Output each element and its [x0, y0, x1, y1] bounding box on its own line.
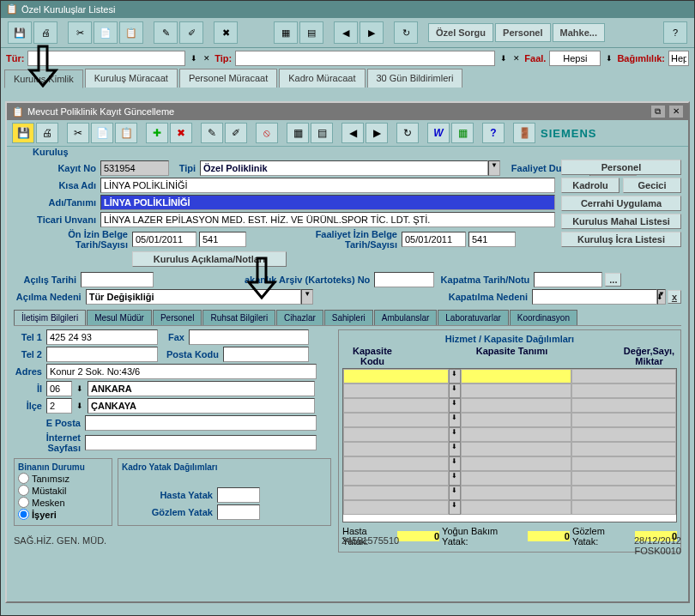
- faaliyet-izin-tarih-field[interactable]: [402, 232, 466, 247]
- il-ad-field[interactable]: [88, 381, 315, 396]
- tab-laboratuvarlar[interactable]: Laboratuvarlar: [438, 310, 508, 325]
- kurulus-aciklama-button[interactable]: Kurulus Açıklama/Notları: [132, 251, 287, 267]
- clear-icon[interactable]: ✕: [511, 52, 521, 64]
- kap-tanim-input[interactable]: [461, 369, 571, 383]
- prev-icon[interactable]: ◀: [341, 123, 364, 143]
- copy-icon[interactable]: 📄: [94, 21, 118, 44]
- lookup-icon[interactable]: ⬇: [655, 291, 665, 303]
- next-icon[interactable]: ▶: [360, 21, 384, 44]
- copy-icon[interactable]: 📄: [91, 123, 113, 143]
- remove-icon[interactable]: ✖: [170, 123, 192, 143]
- cut-icon[interactable]: ✂: [68, 21, 92, 44]
- kisa-adi-field[interactable]: [100, 178, 555, 193]
- mahke-button[interactable]: Mahke...: [553, 23, 605, 42]
- lookup-icon[interactable]: ⬇: [75, 400, 85, 412]
- personel-button[interactable]: Personel: [561, 160, 681, 175]
- refresh-icon[interactable]: ↻: [394, 21, 418, 44]
- excel-icon[interactable]: ▦: [451, 123, 474, 143]
- tab-iletisim[interactable]: İletişim Bilgileri: [14, 310, 86, 325]
- window-icon[interactable]: ▦: [274, 21, 298, 44]
- adres-field[interactable]: [46, 364, 317, 379]
- ticari-unvani-field[interactable]: [100, 212, 555, 227]
- kapasite-table[interactable]: ⬇ ⬇ ⬇ ⬇ ⬇ ⬇ ⬇ ⬇ ⬇ ⬇: [342, 368, 677, 522]
- restore-icon[interactable]: ⧉: [651, 106, 665, 118]
- hasta-yatak-field[interactable]: [217, 487, 260, 503]
- exit-icon[interactable]: 🚪: [513, 123, 535, 143]
- mahal-button[interactable]: Kurulus Mahal Listesi: [561, 214, 681, 229]
- refresh-icon[interactable]: ↻: [396, 123, 419, 143]
- personel-button[interactable]: Personel: [495, 23, 550, 42]
- ilce-kod-field[interactable]: [46, 398, 72, 414]
- tipi-field[interactable]: [200, 160, 488, 176]
- radio-mesken[interactable]: [18, 497, 29, 508]
- print-icon[interactable]: 🖨: [33, 21, 57, 44]
- tab-ruhsat[interactable]: Ruhsat Bilgileri: [202, 310, 275, 325]
- radio-mustakil[interactable]: [18, 485, 29, 496]
- lookup-icon[interactable]: ⬇: [449, 369, 461, 383]
- tab-sahipleri[interactable]: Sahipleri: [324, 310, 373, 325]
- chevron-down-icon[interactable]: ▼: [488, 160, 500, 176]
- posta-kodu-field[interactable]: [223, 347, 309, 362]
- kapatma-tarih-field[interactable]: [534, 272, 602, 287]
- acilis-tarihi-field[interactable]: [81, 272, 154, 287]
- faaliyet-izin-sayi-field[interactable]: [468, 232, 516, 247]
- gozlem-yatak-field[interactable]: [217, 504, 260, 520]
- tab-mesul-mudur[interactable]: Mesul Müdür: [87, 310, 152, 325]
- next-icon[interactable]: ▶: [366, 123, 388, 143]
- ozel-sorgu-button[interactable]: Özel Sorgu: [428, 23, 493, 42]
- form-icon[interactable]: ▤: [299, 21, 323, 44]
- gecici-button[interactable]: Gecici: [623, 178, 681, 193]
- adi-tanimi-field[interactable]: [100, 195, 555, 210]
- lookup-icon[interactable]: ⬇: [75, 383, 85, 395]
- delete-icon[interactable]: ✖: [214, 21, 238, 44]
- save-icon[interactable]: 💾: [8, 21, 32, 44]
- lookup-icon[interactable]: ⬇: [189, 52, 198, 64]
- window-icon[interactable]: ▦: [287, 123, 309, 143]
- clear-button[interactable]: x: [668, 290, 681, 304]
- paste-icon[interactable]: 📋: [115, 123, 137, 143]
- radio-tanimsiz[interactable]: [18, 473, 29, 484]
- cancel-icon[interactable]: ⦸: [256, 123, 278, 143]
- prev-icon[interactable]: ◀: [334, 21, 358, 44]
- kap-miktar-input[interactable]: [571, 369, 677, 383]
- cerrahi-button[interactable]: Cerrahi Uygulama: [561, 196, 681, 211]
- chevron-down-icon[interactable]: ▼: [301, 289, 313, 305]
- radio-isyeri[interactable]: [18, 509, 29, 520]
- tip-input[interactable]: [235, 51, 495, 66]
- tab-kadro-muracaat[interactable]: Kadro Müracaat: [279, 69, 365, 88]
- on-izin-sayi-field[interactable]: [199, 232, 246, 247]
- paste-icon[interactable]: 📋: [119, 21, 143, 44]
- note-button[interactable]: ...: [605, 273, 621, 287]
- kapatilma-nedeni-field[interactable]: [532, 289, 657, 305]
- highlight-icon[interactable]: ✐: [179, 21, 203, 44]
- clear-icon[interactable]: ✕: [202, 52, 211, 64]
- on-izin-tarih-field[interactable]: [132, 232, 196, 247]
- bakanlik-arsiv-field[interactable]: [374, 272, 434, 287]
- eposta-field[interactable]: [85, 415, 317, 431]
- tab-cihazlar[interactable]: Cihazlar: [276, 310, 323, 325]
- tur-input[interactable]: [27, 51, 185, 66]
- tab-ambulanslar[interactable]: Ambulanslar: [374, 310, 438, 325]
- highlight-icon[interactable]: ✐: [225, 123, 247, 143]
- print-icon[interactable]: 🖨: [36, 123, 58, 143]
- help-icon[interactable]: ?: [663, 21, 687, 44]
- tab-kurulus-muracaat[interactable]: Kuruluş Müracaat: [85, 69, 178, 88]
- lookup-icon[interactable]: ⬇: [604, 52, 613, 64]
- tab-koordinasyon[interactable]: Koordinasyon: [510, 310, 577, 325]
- tab-kurulus-kimlik[interactable]: Kuruluş Kimlik: [4, 69, 83, 88]
- word-icon[interactable]: W: [427, 123, 450, 143]
- edit-icon[interactable]: ✎: [201, 123, 223, 143]
- help-icon[interactable]: ?: [482, 123, 505, 143]
- fax-field[interactable]: [189, 329, 309, 345]
- kap-kod-input[interactable]: [343, 369, 449, 383]
- internet-field[interactable]: [85, 435, 317, 450]
- cut-icon[interactable]: ✂: [67, 123, 89, 143]
- icra-button[interactable]: Kuruluş İcra Listesi: [561, 232, 681, 247]
- edit-icon[interactable]: ✎: [154, 21, 178, 44]
- tab-personel[interactable]: Personel: [153, 310, 202, 325]
- save-icon[interactable]: 💾: [12, 123, 34, 143]
- lookup-icon[interactable]: ⬇: [499, 52, 508, 64]
- close-icon[interactable]: ✕: [669, 106, 683, 118]
- add-icon[interactable]: ✚: [146, 123, 168, 143]
- form-icon[interactable]: ▤: [311, 123, 333, 143]
